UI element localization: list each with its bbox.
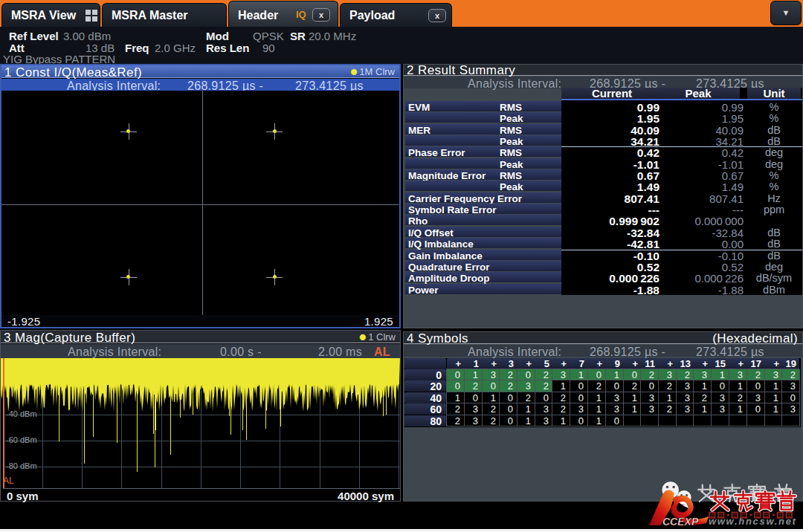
- svg-text:CCEXP: CCEXP: [662, 516, 699, 528]
- svg-text:www.hncsw.net: www.hncsw.net: [709, 516, 797, 527]
